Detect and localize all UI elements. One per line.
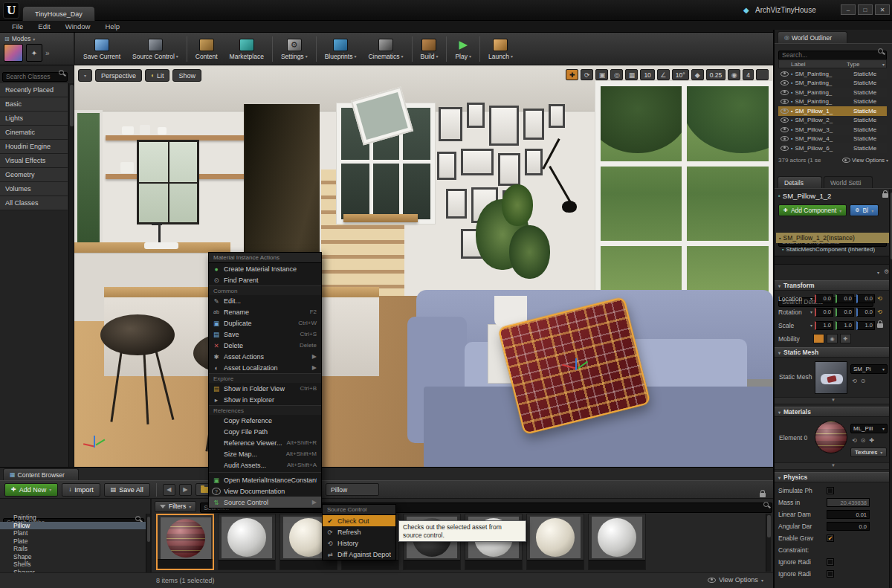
outliner-view-options[interactable]: View Options▾	[842, 157, 888, 164]
outliner-row[interactable]: ▪SM_Pillow_3_StaticMe	[778, 125, 887, 135]
material-dropdown[interactable]: ML_Pill▾	[850, 424, 888, 433]
asset-tile-cream[interactable]	[526, 514, 584, 570]
ignore-radial-checkbox[interactable]	[827, 558, 834, 566]
details-filter-icon[interactable]: ▾	[877, 270, 879, 275]
menu-item-size-map[interactable]: Size Map...Alt+Shift+M	[209, 448, 321, 459]
rotation-snap-value[interactable]: 10°	[672, 69, 689, 80]
menu-item-show-in-folder-view[interactable]: ▤Show in Folder ViewCtrl+B	[209, 383, 321, 394]
menu-item-duplicate[interactable]: ▣DuplicateCtrl+W	[209, 317, 321, 329]
rotation-z-field[interactable]: 0.0	[856, 308, 875, 317]
transform-section-header[interactable]: ▾Transform	[775, 280, 892, 291]
menu-item-show-in-explorer[interactable]: ▸Show in Explorer	[209, 394, 321, 405]
modes-category-all-classes[interactable]: All Classes	[0, 196, 68, 210]
paint-mode-icon[interactable]: ✦	[26, 44, 42, 62]
settings-button[interactable]: ⚙Settings▾	[275, 33, 314, 65]
menu-help[interactable]: Help	[97, 21, 127, 33]
save-current-button[interactable]: Save Current	[77, 33, 126, 65]
visibility-eye-icon[interactable]	[780, 99, 789, 104]
reset-icon[interactable]: ⟲	[877, 295, 882, 302]
rotation-y-field[interactable]: 0.0	[836, 308, 854, 317]
maximize-viewport-icon[interactable]	[756, 69, 769, 80]
visibility-eye-icon[interactable]	[780, 136, 789, 141]
mobility-static-segment[interactable]	[813, 334, 824, 343]
outliner-row[interactable]: ▪SM_Pillow_2_StaticMe	[778, 116, 887, 126]
scale-y-field[interactable]: 1.0	[836, 321, 854, 330]
scale-snap-value[interactable]: 0.25	[706, 69, 726, 80]
browse-icon[interactable]: ⊙	[861, 437, 866, 444]
details-scrollbar[interactable]	[889, 190, 892, 588]
simulate-physics-checkbox[interactable]	[827, 487, 834, 494]
viewport[interactable]: ▾ Perspective ◐Lit Show ✚ ⟳ ▣ ◎ ▦ 10 ∠ 1…	[74, 65, 773, 467]
modes-category-lights[interactable]: Lights	[0, 112, 68, 126]
modes-category-geometry[interactable]: Geometry	[0, 168, 68, 182]
cb-view-options[interactable]: View Options ▾	[708, 576, 763, 584]
menu-item-find-parent[interactable]: ⊙Find Parent	[209, 274, 321, 285]
outliner-search-input[interactable]	[778, 51, 887, 60]
textures-button[interactable]: Textures▾	[850, 448, 887, 457]
close-button[interactable]: ✕	[875, 4, 890, 15]
lock-sources-icon[interactable]	[760, 493, 766, 497]
build-button[interactable]: Build▾	[415, 33, 445, 65]
modes-category-volumes[interactable]: Volumes	[0, 182, 68, 196]
modes-category-visual-effects[interactable]: Visual Effects	[0, 154, 68, 168]
asset-tile-white[interactable]	[588, 514, 646, 570]
outliner-row[interactable]: ▪SM_Painting_StaticMe	[778, 97, 887, 107]
materials-section-header[interactable]: ▾Materials	[775, 407, 892, 417]
menu-item-asset-actions[interactable]: ✱Asset Actions▶	[209, 351, 321, 362]
asset-tile-white[interactable]	[218, 514, 276, 570]
menu-item-delete[interactable]: ✕DeleteDelete	[209, 340, 321, 351]
scale-snap-icon[interactable]: ◆	[691, 69, 704, 80]
visibility-eye-icon[interactable]	[780, 146, 789, 151]
component-instance-row[interactable]: ▪ SM_Pillow_1_2(Instance)	[776, 233, 891, 243]
modes-category-houdini[interactable]: Houdini Engine	[0, 140, 68, 154]
mass-field[interactable]: 20.439838	[827, 498, 870, 507]
material-thumbnail[interactable]	[815, 421, 847, 453]
outliner-column-headers[interactable]: Label Type ▾	[778, 59, 887, 68]
rotation-snap-icon[interactable]: ∠	[657, 69, 670, 80]
rotation-x-field[interactable]: 0.0	[815, 308, 833, 317]
content-browser-tab[interactable]: ▦ Content Browser	[3, 468, 79, 480]
blueprint-button[interactable]: ⚙Bl▾	[850, 204, 879, 216]
menu-item-view-documentation[interactable]: ?View Documentation	[209, 485, 321, 497]
import-button[interactable]: ↓Import	[62, 483, 100, 497]
show-flags-button[interactable]: Show	[172, 69, 201, 82]
modes-category-cinematic[interactable]: Cinematic	[0, 126, 68, 140]
menu-file[interactable]: File	[4, 21, 30, 33]
transform-gizmo[interactable]	[558, 349, 602, 387]
scale-tool-icon[interactable]: ▣	[595, 69, 608, 80]
visibility-eye-icon[interactable]	[780, 90, 789, 95]
back-button[interactable]: ◀	[163, 484, 175, 496]
breadcrumb-pillow[interactable]: Pillow	[326, 483, 379, 496]
mobility-movable-segment[interactable]: ✚	[840, 334, 851, 343]
menu-item-edit[interactable]: ✎Edit...	[209, 295, 321, 306]
tab-details[interactable]: Details	[778, 176, 822, 188]
perspective-button[interactable]: Perspective	[95, 69, 142, 82]
viewport-options-button[interactable]: ▾	[78, 69, 92, 82]
visibility-eye-icon[interactable]	[780, 80, 789, 85]
modes-scrollbar[interactable]	[68, 83, 74, 467]
visibility-eye-icon[interactable]	[780, 71, 789, 77]
modes-category-basic[interactable]: Basic	[0, 97, 68, 112]
blueprints-button[interactable]: Blueprints▾	[319, 33, 363, 65]
visibility-eye-icon[interactable]	[780, 117, 789, 123]
angular-damping-field[interactable]: 0.0	[827, 522, 870, 531]
submenu-item-refresh[interactable]: ⟳Refresh	[323, 526, 395, 537]
enable-gravity-checkbox[interactable]: ✔	[827, 534, 834, 542]
details-lock-icon[interactable]	[882, 193, 888, 198]
add-new-button[interactable]: ✚Add New▾	[4, 483, 58, 497]
lit-mode-button[interactable]: ◐Lit	[145, 69, 169, 82]
outliner-row[interactable]: ▪SM_Painting_StaticMe	[778, 69, 887, 79]
submenu-item-check-out[interactable]: ✔Check Out	[323, 515, 395, 526]
location-x-field[interactable]: 0.0	[815, 294, 833, 303]
asset-tile-plaid[interactable]	[156, 514, 214, 570]
world-outliner-tab[interactable]: ◎ World Outliner	[778, 31, 847, 43]
component-row[interactable]: ▪ StaticMeshComponent (Inherited)	[782, 245, 891, 253]
submenu-item-diff-against-depot[interactable]: ⇄Diff Against Depot	[323, 549, 395, 560]
search-classes-input[interactable]	[2, 72, 68, 82]
folder-plate[interactable]: Plate	[0, 537, 146, 546]
grid-snap-icon[interactable]: ▦	[625, 69, 638, 80]
launch-button[interactable]: Launch▾	[482, 33, 519, 65]
source-control-button[interactable]: Source Control▾	[126, 33, 184, 65]
menu-item-rename[interactable]: abRenameF2	[209, 306, 321, 317]
mobility-stationary-segment[interactable]: ◉	[827, 334, 838, 343]
